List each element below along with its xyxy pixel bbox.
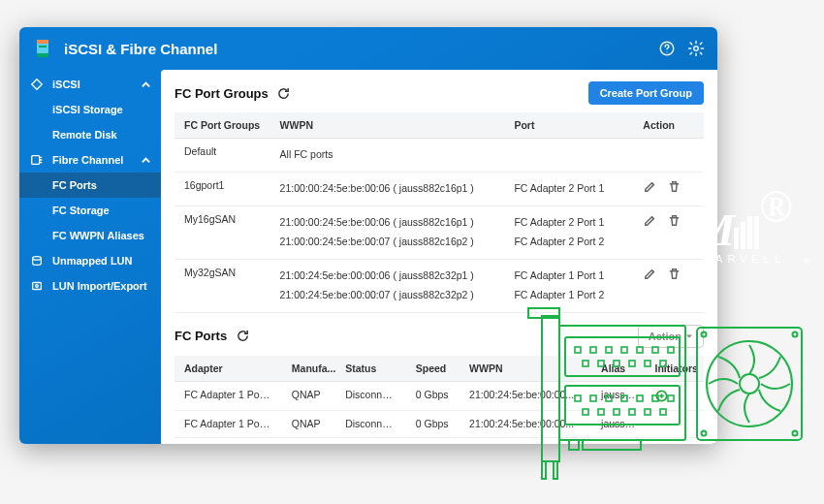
svg-rect-2 [39,46,47,47]
edit-icon[interactable] [643,267,657,281]
sidebar-label: FC Storage [52,205,110,216]
main-panel: FC Port Groups Create Port Group FC Port… [161,70,717,444]
cell-port: FC Adapter 2 Port 1FC Adapter 2 Port 2 [504,205,633,259]
cell-wwpn: 21:00:24:5e:be:00:00... [460,410,591,437]
sidebar-item-remote-disk[interactable]: Remote Disk [19,122,161,147]
svg-point-11 [33,257,42,261]
svg-point-45 [707,341,792,426]
section-title: FC Ports [174,329,227,343]
cell-initiators [645,381,704,410]
svg-rect-3 [37,53,48,57]
svg-rect-7 [32,156,40,165]
cell-port: FC Adapter 1 Port 1FC Adapter 1 Port 2 [504,259,633,312]
cell-status: Disconnect... [335,381,406,410]
cell-speed: 0 Gbps [406,381,460,410]
section-title: FC Port Groups [174,86,269,101]
cell-initiators [645,437,704,444]
table-row[interactable]: My32gSAN21:00:24:5e:be:00:00:06 ( jauss8… [174,259,704,312]
refresh-icon[interactable] [235,329,250,344]
chevron-up-icon [141,155,151,168]
cell-wwpn: 21:00:24:5e:be:00:00... [460,381,591,410]
cell-wwpn: 21:00:24:5e:be:00:00:06 ( jauss882c32p1 … [270,259,505,312]
cell-action [633,259,704,312]
app-header: iSCSI & Fibre Channel [19,27,717,70]
table-row[interactable]: FC Adapter 2 Port 1QNAPConnected16 Gbps2… [174,437,704,444]
action-dropdown-button[interactable]: Action [638,325,704,348]
col-header: WWPN [270,112,505,139]
cell-port: FC Adapter 2 Port 1 [504,172,633,205]
fc-ports-table: Adapter Manufa... Status Speed WWPN Alia… [174,356,704,444]
create-port-group-button[interactable]: Create Port Group [588,81,704,105]
cell-manufacturer: QNAP [282,437,335,444]
app-title: iSCSI & Fibre Channel [64,41,648,57]
add-initiator-icon[interactable] [654,389,669,403]
sidebar-label: Unmapped LUN [52,255,133,267]
fibre-icon [29,152,45,168]
cell-name: Default [174,139,270,173]
cell-manufacturer: QNAP [282,410,335,437]
sidebar-label: LUN Import/Export [52,280,147,292]
cell-adapter: FC Adapter 2 Port 1 [174,437,282,444]
cell-name: 16gport1 [174,172,270,205]
table-row[interactable]: 16gport121:00:00:24:5e:be:00:06 ( jauss8… [174,172,704,205]
sidebar-label: iSCSI [52,79,80,90]
svg-point-46 [740,374,759,394]
refresh-icon[interactable] [276,85,292,101]
svg-point-6 [694,47,699,51]
col-header: FC Port Groups [174,112,270,139]
cell-action [633,172,704,205]
chevron-down-icon [685,332,693,340]
col-header: Initiators [645,356,704,382]
sidebar-item-fc-wwpn-aliases[interactable]: FC WWPN Aliases [19,223,161,248]
disk-icon [29,253,45,268]
sidebar-item-unmapped-lun[interactable]: Unmapped LUN [19,248,161,273]
cell-speed: 0 Gbps [406,410,460,437]
app-window: iSCSI & Fibre Channel iSCSI iSCSI Storag… [19,27,717,444]
sidebar-group-fc[interactable]: Fibre Channel [19,147,161,173]
trash-icon[interactable] [667,179,681,194]
cell-adapter: FC Adapter 1 Port 1 [174,381,282,410]
col-header: WWPN [460,356,591,382]
cell-speed: 16 Gbps [406,437,460,444]
svg-rect-1 [37,40,48,44]
cell-name: My32gSAN [174,259,270,312]
section-fc-ports: FC Ports Action Adapter Manufa... Status… [161,317,717,444]
sidebar-label: Remote Disk [52,129,117,141]
sidebar-item-fc-ports[interactable]: FC Ports [19,173,161,198]
cell-wwpn: 21:00:00:24:5e:be:00... [460,437,591,444]
sidebar-item-lun-import-export[interactable]: LUN Import/Export [19,273,161,299]
col-header: Port [504,112,633,139]
cell-alias: jauss882c... [591,437,645,444]
fc-port-groups-table: FC Port Groups WWPN Port Action DefaultA… [174,112,704,313]
table-row[interactable]: My16gSAN21:00:00:24:5e:be:00:06 ( jauss8… [174,205,704,259]
cell-port [504,139,633,173]
help-icon[interactable] [657,39,677,58]
marvell-logo: M ® MARVELL ® [681,213,807,265]
col-header: Manufa... [282,356,335,382]
sidebar-item-iscsi-storage[interactable]: iSCSI Storage [19,97,161,122]
cell-wwpn: All FC ports [270,139,505,173]
sidebar-label: FC Ports [52,179,97,191]
cell-wwpn: 21:00:00:24:5e:be:00:06 ( jauss882c16p1 … [270,172,505,205]
sidebar-group-iscsi[interactable]: iSCSI [19,72,161,97]
col-header: Action [633,112,704,139]
table-row[interactable]: DefaultAll FC ports [174,139,704,173]
cell-manufacturer: QNAP [282,381,335,410]
table-row[interactable]: FC Adapter 1 Port 2QNAPDisconnect...0 Gb… [174,410,704,437]
edit-icon[interactable] [643,179,657,194]
gear-icon[interactable] [686,39,706,58]
sidebar: iSCSI iSCSI Storage Remote Disk Fibre Ch… [19,70,161,444]
svg-point-5 [666,51,667,52]
section-fc-port-groups: FC Port Groups Create Port Group FC Port… [161,70,717,317]
trash-icon[interactable] [667,267,681,281]
col-header: Alias [591,356,645,382]
cell-status: Connected [335,437,406,444]
edit-icon[interactable] [643,213,657,228]
svg-point-13 [36,285,39,288]
cell-name: My16gSAN [174,205,270,259]
table-row[interactable]: FC Adapter 1 Port 1QNAPDisconnect...0 Gb… [174,381,704,410]
cell-action [633,139,704,173]
cell-alias: jauss882c... [591,381,645,410]
sidebar-item-fc-storage[interactable]: FC Storage [19,198,161,223]
sidebar-label: iSCSI Storage [52,104,123,115]
